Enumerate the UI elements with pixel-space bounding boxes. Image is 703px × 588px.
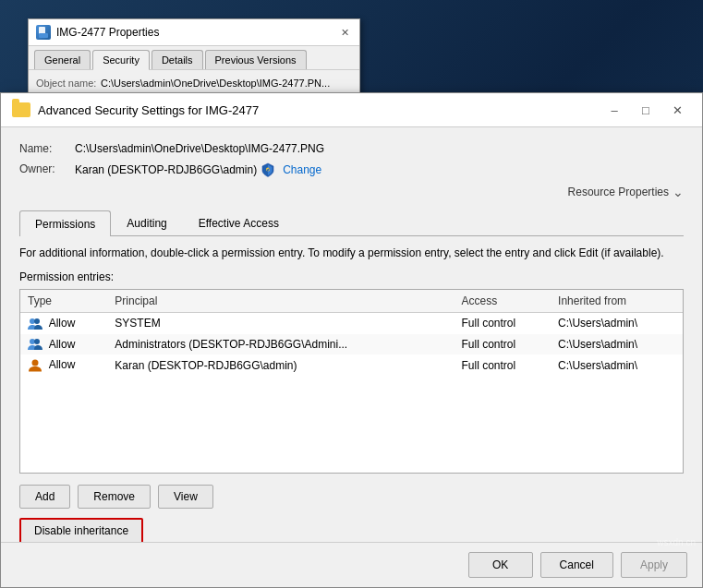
add-button[interactable]: Add: [19, 485, 70, 509]
action-buttons: Add Remove View: [19, 485, 684, 509]
row1-type: Allow: [20, 312, 107, 333]
props-object-label: Object name:: [36, 78, 101, 89]
owner-value-row: Karan (DESKTOP-RDJB6GG\admin) Change: [75, 162, 321, 177]
col-principal: Principal: [107, 290, 454, 313]
svg-point-7: [32, 360, 39, 366]
main-tabs: Permissions Auditing Effective Access: [19, 210, 684, 236]
title-controls: – □ ✕: [600, 101, 691, 119]
row3-principal: Karan (DESKTOP-RDJB6GG\admin): [107, 354, 454, 376]
user-group-icon: [28, 338, 42, 351]
properties-dialog: IMG-2477 Properties ✕ General Security D…: [28, 18, 360, 99]
row3-inherited: C:\Users\admin\: [551, 354, 683, 376]
row1-access: Full control: [454, 312, 551, 333]
svg-rect-1: [39, 33, 48, 38]
properties-title-left: IMG-2477 Properties: [36, 25, 159, 40]
maximize-button[interactable]: □: [632, 101, 660, 119]
resource-properties-button[interactable]: Resource Properties ⌄: [568, 185, 684, 199]
table-row[interactable]: Allow Karan (DESKTOP-RDJB6GG\admin) Full…: [20, 354, 683, 376]
main-title-left: Advanced Security Settings for IMG-2477: [12, 102, 259, 117]
properties-tabs: General Security Details Previous Versio…: [29, 46, 359, 70]
name-row: Name: C:\Users\admin\OneDrive\Desktop\IM…: [19, 142, 684, 155]
change-link[interactable]: Change: [283, 163, 321, 176]
owner-row: Owner: Karan (DESKTOP-RDJB6GG\admin) Cha…: [19, 162, 684, 177]
row2-type: Allow: [20, 334, 107, 355]
user-single-icon: [28, 359, 42, 372]
permission-table: Type Principal Access Inherited from: [20, 290, 683, 376]
svg-point-4: [34, 318, 40, 324]
props-object-value: C:\Users\admin\OneDrive\Desktop\IMG-2477…: [101, 78, 330, 89]
tab-auditing[interactable]: Auditing: [111, 210, 182, 235]
remove-button[interactable]: Remove: [78, 485, 151, 509]
props-tab-details[interactable]: Details: [152, 50, 203, 69]
disable-inheritance-button[interactable]: Disable inheritance: [19, 518, 143, 544]
row1-inherited: C:\Users\admin\: [551, 312, 683, 333]
name-value: C:\Users\admin\OneDrive\Desktop\IMG-2477…: [75, 142, 324, 155]
shield-icon: [261, 162, 275, 177]
svg-point-6: [34, 339, 40, 344]
minimize-button[interactable]: –: [600, 101, 628, 119]
props-tab-general[interactable]: General: [34, 50, 91, 69]
permission-table-container: Type Principal Access Inherited from: [19, 289, 684, 474]
col-access: Access: [454, 290, 551, 313]
main-dialog: Advanced Security Settings for IMG-2477 …: [0, 92, 703, 588]
tab-permissions[interactable]: Permissions: [19, 210, 111, 236]
row3-access: Full control: [454, 354, 551, 376]
properties-title-bar: IMG-2477 Properties ✕: [29, 19, 359, 46]
view-button[interactable]: View: [158, 485, 213, 509]
row2-access: Full control: [454, 334, 551, 355]
props-object-name-row: Object name: C:\Users\admin\OneDrive\Des…: [36, 78, 352, 89]
name-label: Name:: [19, 142, 75, 155]
cancel-button[interactable]: Cancel: [540, 552, 613, 578]
chevron-down-icon: ⌄: [673, 185, 684, 199]
table-row[interactable]: Allow Administrators (DESKTOP-RDJB6GG\Ad…: [20, 334, 683, 355]
row3-type: Allow: [20, 354, 107, 376]
file-icon: [36, 25, 51, 40]
row1-principal: SYSTEM: [107, 312, 454, 333]
owner-label: Owner:: [19, 162, 75, 175]
desktop: IMG-2477 Properties ✕ General Security D…: [0, 0, 703, 588]
ok-button[interactable]: OK: [468, 552, 533, 578]
col-inherited: Inherited from: [551, 290, 683, 313]
table-header-row: Type Principal Access Inherited from: [20, 290, 683, 313]
permission-entries-label: Permission entries:: [19, 270, 684, 283]
close-button[interactable]: ✕: [663, 101, 691, 119]
main-content: Name: C:\Users\admin\OneDrive\Desktop\IM…: [1, 127, 702, 558]
description-text: For additional information, double-click…: [19, 246, 684, 261]
row2-inherited: C:\Users\admin\: [551, 334, 683, 355]
main-dialog-title: Advanced Security Settings for IMG-2477: [38, 103, 259, 117]
close-icon[interactable]: ✕: [337, 25, 352, 40]
tab-effective-access[interactable]: Effective Access: [183, 210, 295, 235]
properties-dialog-title: IMG-2477 Properties: [56, 26, 159, 39]
col-type: Type: [20, 290, 107, 313]
resource-properties-label: Resource Properties: [568, 186, 669, 198]
table-row[interactable]: Allow SYSTEM Full control C:\Users\admin…: [20, 312, 683, 333]
main-title-bar: Advanced Security Settings for IMG-2477 …: [1, 93, 702, 127]
props-tab-previous-versions[interactable]: Previous Versions: [205, 50, 307, 69]
row2-principal: Administrators (DESKTOP-RDJB6GG\Admini..…: [107, 334, 454, 355]
watermark: wsxdn.cn: [657, 537, 696, 547]
owner-value: Karan (DESKTOP-RDJB6GG\admin): [75, 163, 257, 176]
props-tab-security[interactable]: Security: [92, 50, 150, 70]
resource-properties-row: Resource Properties ⌄: [19, 185, 684, 199]
dialog-footer: OK Cancel Apply: [1, 542, 702, 587]
user-group-icon: [28, 318, 42, 330]
apply-button[interactable]: Apply: [621, 552, 687, 578]
folder-icon: [12, 102, 30, 117]
